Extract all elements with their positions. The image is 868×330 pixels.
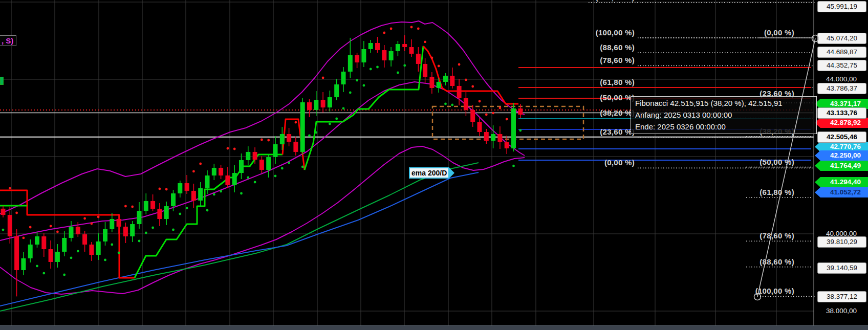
fib-level-label: (23,60 %) bbox=[600, 127, 635, 136]
price-level-label: 43.786,37 bbox=[817, 83, 866, 94]
ema-200-tag[interactable]: ema 200/D bbox=[409, 167, 449, 179]
indicator-title-fragment[interactable]: , S) bbox=[0, 35, 16, 46]
price-level-label: 44.352,75 bbox=[817, 60, 866, 71]
price-level-label: 41.764,49 bbox=[815, 161, 868, 171]
price-level-label: 42.250,00 bbox=[815, 150, 868, 161]
price-level-label: 45.074,20 bbox=[817, 33, 866, 44]
price-level-label: 41.052,72 bbox=[815, 187, 868, 197]
fib-tooltip-end: Ende: 2025 0326 00:00:00 bbox=[635, 121, 812, 133]
fib-tooltip-title: Fibonacci 42.515,915 (38,20 %), 42.515,9… bbox=[635, 97, 812, 109]
fib-level-label: (127,20 %) bbox=[596, 0, 635, 2]
fib-level-label: (100,00 %) bbox=[596, 28, 635, 37]
price-level-label: 39.810,29 bbox=[817, 236, 866, 248]
fib-level-label: (78,60 %) bbox=[600, 56, 635, 64]
fib-level-label: (88,60 %) bbox=[760, 257, 794, 266]
fib-level-label: (61,80 %) bbox=[600, 78, 635, 86]
chart-overlay-layer: (127,20 %)(100,00 %)(88,60 %)(78,60 %)(6… bbox=[0, 0, 868, 330]
ema-tag-arrow-icon bbox=[449, 167, 454, 179]
price-level-label: 43.133,76 bbox=[817, 107, 866, 119]
price-level-label: 38.377,12 bbox=[817, 291, 866, 302]
fib-level-label: (50,00 %) bbox=[600, 93, 635, 102]
price-level-label: 42.505,46 bbox=[817, 131, 866, 143]
fib-level-label: (0,00 %) bbox=[604, 158, 635, 167]
fib-level-label: (78,60 %) bbox=[760, 231, 794, 240]
price-axis-tick: 38.000,00 bbox=[817, 306, 865, 316]
fib-level-label: (38,20 %) bbox=[600, 108, 635, 117]
price-level-label: 41.294,40 bbox=[815, 177, 868, 187]
fib-level-label: (0,00 %) bbox=[764, 28, 794, 37]
time-axis-strip[interactable] bbox=[0, 325, 868, 330]
fib-level-label: (100,00 %) bbox=[755, 287, 794, 295]
price-level-label: 44.689,87 bbox=[817, 47, 866, 58]
fib-level-label: (61,80 %) bbox=[760, 188, 794, 196]
fib-tooltip-start: Anfang: 2025 0313 00:00:00 bbox=[635, 109, 812, 121]
price-level-label: 39.140,59 bbox=[817, 262, 866, 274]
price-level-label: 42.878,92 bbox=[815, 118, 868, 128]
price-level-label: 45.991,19 bbox=[817, 1, 866, 12]
fib-level-label: (88,60 %) bbox=[600, 43, 635, 52]
ema-200-tag-label: ema 200/D bbox=[411, 169, 447, 177]
clipped-green-label bbox=[0, 77, 4, 85]
trading-chart-window: (127,20 %)(100,00 %)(88,60 %)(78,60 %)(6… bbox=[0, 0, 868, 330]
fibonacci-tooltip: Fibonacci 42.515,915 (38,20 %), 42.515,9… bbox=[631, 96, 817, 134]
fib-level-label: (50,00 %) bbox=[760, 158, 794, 166]
